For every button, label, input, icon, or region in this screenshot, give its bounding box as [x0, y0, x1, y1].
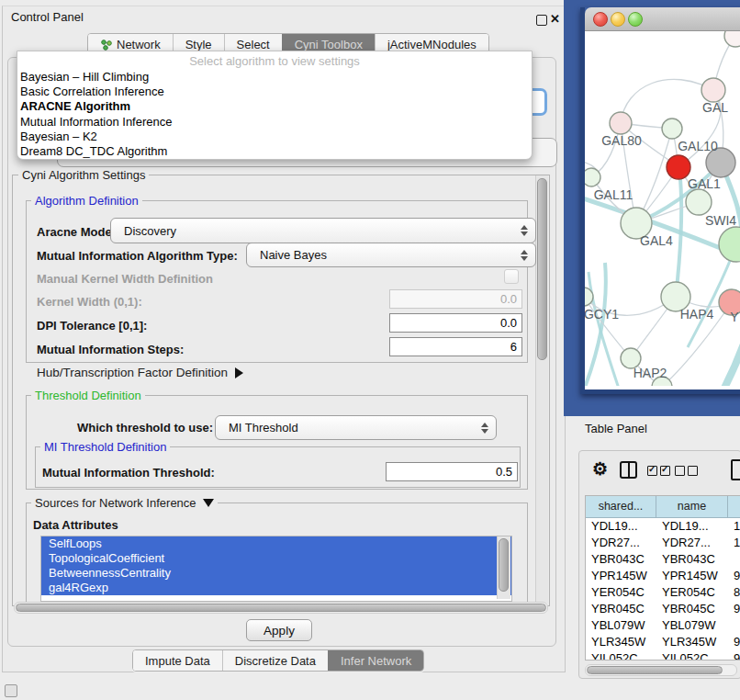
minimized-panel-icon[interactable]: [5, 684, 17, 697]
mi-threshold-field[interactable]: 0.5: [386, 462, 518, 481]
node-label: GAL: [702, 100, 728, 115]
table-row[interactable]: YDL19...YDL19...13: [586, 518, 740, 535]
table-panel-title: Table Panel: [585, 422, 647, 435]
data-attribute-item[interactable]: BetweennessCentrality: [41, 566, 511, 581]
collapse-arrow-icon[interactable]: [203, 499, 214, 507]
column-header[interactable]: shared...: [586, 496, 656, 518]
table-cell: 13: [728, 518, 740, 535]
table-row[interactable]: YBR043CYBR043C: [586, 551, 740, 568]
algorithm-option[interactable]: Basic Correlation Inference: [17, 85, 532, 99]
table-row[interactable]: YDR27...YDR27...12: [586, 535, 740, 551]
tab-label: Discretize Data: [235, 654, 316, 668]
apply-button[interactable]: Apply: [246, 619, 312, 641]
network-node[interactable]: [719, 227, 740, 262]
table-settings-gear-icon[interactable]: ⚙: [592, 460, 608, 479]
network-node-gal[interactable]: [701, 78, 725, 102]
sources-title-row[interactable]: Sources for Network Inference: [31, 496, 218, 510]
hub-definition-label: Hub/Transcription Factor Definition: [37, 366, 228, 379]
column-header[interactable]: [728, 496, 740, 518]
tab-label: jActiveMNodules: [387, 38, 477, 51]
algorithm-option[interactable]: Mutual Information Inference: [17, 115, 532, 130]
network-node-gal1[interactable]: [667, 155, 690, 179]
algorithm-dropdown-placeholder: Select algorithm to view settings: [17, 53, 532, 70]
node-table: shared...name YDL19...YDL19...13YDR27...…: [585, 495, 740, 660]
tab-discretize-data[interactable]: Discretize Data: [222, 650, 328, 671]
algorithm-option[interactable]: Bayesian – Hill Climbing: [17, 70, 532, 85]
table-cell: 9: [728, 650, 740, 660]
table-cell: [728, 617, 740, 634]
data-attribute-item[interactable]: SelfLoops: [41, 536, 511, 551]
export-table-icon[interactable]: [731, 459, 740, 480]
network-edge[interactable]: [585, 197, 740, 259]
algorithm-option[interactable]: ARACNE Algorithm: [17, 99, 532, 114]
data-attributes-list[interactable]: SelfLoopsTopologicalCoefficientBetweenne…: [40, 536, 512, 602]
tab-infer-network[interactable]: Infer Network: [328, 650, 423, 671]
table-cell: YBL079W: [586, 617, 656, 634]
data-attributes-label: Data Attributes: [33, 518, 118, 532]
close-panel-icon[interactable]: ✕: [550, 13, 560, 25]
network-node-gal11[interactable]: [585, 168, 600, 186]
table-cell: YBR043C: [586, 551, 656, 568]
data-attribute-item[interactable]: gal4RGexp: [41, 581, 511, 595]
table-cell: YDL19...: [586, 518, 656, 535]
table-row[interactable]: YER054CYER054C8.: [586, 584, 740, 601]
network-window-titlebar[interactable]: [585, 7, 740, 31]
expand-arrow-icon[interactable]: [235, 367, 243, 378]
deselect-all-columns-icon[interactable]: [675, 466, 698, 476]
table-row[interactable]: YBR045CYBR045C9.: [586, 601, 740, 617]
close-window-icon[interactable]: [593, 12, 608, 27]
algorithm-dropdown-popup: Select algorithm to view settings Bayesi…: [17, 51, 533, 160]
table-cell: YIL052C: [586, 650, 656, 660]
mi-type-combo[interactable]: Naive Bayes: [246, 243, 536, 267]
dpi-tolerance-label: DPI Tolerance [0,1]:: [37, 319, 147, 333]
table-horizontal-scrollbar-thumb[interactable]: [587, 666, 723, 674]
node-label: GAL10: [678, 139, 718, 153]
manual-kernel-checkbox[interactable]: [504, 269, 519, 284]
which-threshold-value: MI Threshold: [229, 421, 298, 435]
which-threshold-combo[interactable]: MI Threshold: [215, 415, 497, 440]
screen: Control Panel ✕ NetworkStyleSelectCyni T…: [0, 0, 740, 700]
cyni-bottom-tabs: Impute DataDiscretize DataInfer Network: [132, 649, 424, 672]
network-node[interactable]: [724, 31, 740, 47]
table-row[interactable]: YBL079WYBL079W: [586, 617, 740, 634]
sources-title: Sources for Network Inference: [35, 496, 196, 510]
dpi-tolerance-field[interactable]: 0.0: [389, 313, 522, 333]
table-cell: YER054C: [586, 584, 656, 601]
which-threshold-label: Which threshold to use:: [77, 421, 213, 435]
select-all-columns-icon[interactable]: [647, 466, 670, 476]
aracne-mode-combo[interactable]: Discovery: [110, 218, 536, 243]
column-layout-icon[interactable]: [620, 461, 637, 479]
table-cell: YDR27...: [586, 535, 656, 551]
tab-impute-data[interactable]: Impute Data: [133, 650, 222, 671]
zoom-window-icon[interactable]: [628, 12, 643, 27]
table-row[interactable]: YIL052CYIL052C9: [586, 650, 740, 660]
data-attribute-item[interactable]: TopologicalCoefficient: [41, 551, 511, 566]
network-node-gal10[interactable]: [662, 119, 682, 139]
table-cell: YDL19...: [656, 518, 728, 535]
network-node-swi4[interactable]: [686, 189, 712, 215]
algorithm-option[interactable]: Bayesian – K2: [17, 130, 532, 144]
table-cell: 8.: [728, 584, 740, 601]
table-row[interactable]: YLR345WYLR345W9.: [586, 634, 740, 650]
table-cell: 9.: [728, 601, 740, 617]
minimize-window-icon[interactable]: [611, 12, 625, 27]
network-node-gal80[interactable]: [610, 112, 632, 134]
algorithm-option[interactable]: Dream8 DC_TDC Algorithm: [17, 144, 532, 159]
hub-definition-section[interactable]: Hub/Transcription Factor Definition: [37, 366, 243, 379]
mi-steps-field[interactable]: 6: [389, 337, 522, 356]
table-cell: YIL052C: [656, 650, 728, 660]
table-cell: YPR145W: [656, 568, 728, 584]
network-canvas[interactable]: GALGAL80GAL10GAL1GAL11SWI4GAL4GCY1HAP4YH…: [585, 31, 740, 390]
kernel-width-field[interactable]: 0.0: [389, 289, 522, 309]
column-header[interactable]: name: [656, 496, 728, 518]
combo-stepper-icon: [521, 250, 528, 261]
settings-vertical-scrollbar-thumb[interactable]: [537, 178, 547, 360]
node-label: HAP2: [633, 366, 667, 380]
settings-horizontal-scrollbar-thumb[interactable]: [16, 604, 546, 612]
node-label: GAL1: [688, 176, 721, 191]
network-edge[interactable]: [621, 79, 713, 123]
node-label: GAL80: [601, 133, 642, 148]
table-row[interactable]: YPR145WYPR145W9.: [586, 568, 740, 584]
attributes-scrollbar-thumb[interactable]: [499, 538, 509, 592]
float-panel-icon[interactable]: [536, 15, 547, 26]
